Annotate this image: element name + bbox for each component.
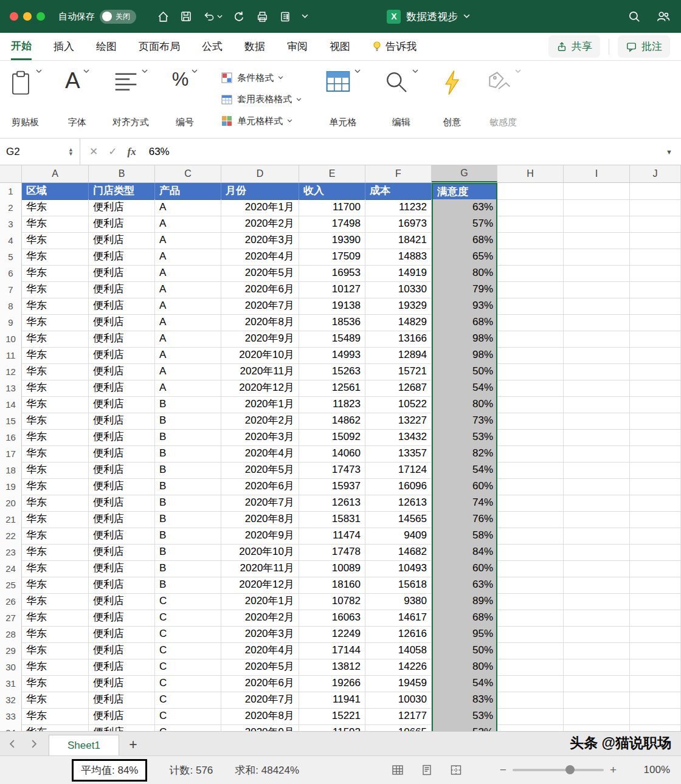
cell[interactable]: 2020年3月 xyxy=(221,429,299,446)
row-number[interactable]: 19 xyxy=(0,478,22,495)
cell[interactable]: B xyxy=(155,560,221,577)
cell[interactable]: B xyxy=(155,445,221,462)
cell[interactable]: B xyxy=(155,413,221,430)
cell[interactable]: 11823 xyxy=(299,396,365,413)
cell[interactable]: 13227 xyxy=(365,413,432,430)
cell[interactable]: 华东 xyxy=(22,298,89,315)
cell[interactable] xyxy=(564,298,630,315)
cell[interactable] xyxy=(564,478,630,495)
name-box-stepper[interactable]: ▲▼ xyxy=(68,148,74,156)
cell[interactable] xyxy=(497,199,564,216)
minimize-window-button[interactable] xyxy=(23,12,32,21)
header-cell[interactable]: 收入 xyxy=(299,183,365,200)
row-number[interactable]: 5 xyxy=(0,249,22,266)
cell[interactable]: 83% xyxy=(432,692,497,709)
cell[interactable]: 17144 xyxy=(299,642,365,659)
cell[interactable]: 10330 xyxy=(365,281,432,298)
cell[interactable]: 便利店 xyxy=(89,577,155,594)
cell[interactable]: 14829 xyxy=(365,314,432,331)
column-header-a[interactable]: A xyxy=(22,165,89,182)
cell[interactable]: 便利店 xyxy=(89,232,155,249)
cell[interactable] xyxy=(564,232,630,249)
row-number[interactable]: 24 xyxy=(0,560,22,577)
row-number[interactable]: 20 xyxy=(0,495,22,512)
cell[interactable]: 华东 xyxy=(22,544,89,561)
cell[interactable] xyxy=(497,659,564,676)
cell[interactable]: 18160 xyxy=(299,577,365,594)
cell[interactable]: 15092 xyxy=(299,429,365,446)
cell[interactable]: 2020年9月 xyxy=(221,331,299,348)
number-group[interactable]: % 编号 xyxy=(172,66,198,134)
cell[interactable]: 2020年2月 xyxy=(221,610,299,627)
cell[interactable]: 便利店 xyxy=(89,610,155,627)
cell[interactable] xyxy=(497,265,564,282)
cell[interactable]: 便利店 xyxy=(89,314,155,331)
cell[interactable]: 74% xyxy=(432,495,497,512)
cell[interactable] xyxy=(564,659,630,676)
cell[interactable]: C xyxy=(155,610,221,627)
row-number[interactable]: 7 xyxy=(0,281,22,298)
cell[interactable]: 16096 xyxy=(365,478,432,495)
zoom-slider-knob[interactable] xyxy=(565,765,575,774)
cell[interactable] xyxy=(497,495,564,512)
cell[interactable] xyxy=(630,396,681,413)
row-number[interactable]: 34 xyxy=(0,724,22,731)
cell[interactable]: 华东 xyxy=(22,610,89,627)
cell[interactable]: 95% xyxy=(432,626,497,643)
cell[interactable] xyxy=(497,528,564,545)
cell[interactable]: 12613 xyxy=(299,495,365,512)
next-sheet-icon[interactable] xyxy=(30,740,38,748)
cell[interactable]: 华东 xyxy=(22,511,89,528)
column-header-h[interactable]: H xyxy=(497,165,564,182)
cell[interactable] xyxy=(630,626,681,643)
row-number[interactable]: 17 xyxy=(0,445,22,462)
cell[interactable]: 2020年4月 xyxy=(221,445,299,462)
row-number[interactable]: 22 xyxy=(0,528,22,545)
cell[interactable] xyxy=(497,511,564,528)
cell[interactable]: 华东 xyxy=(22,232,89,249)
cell[interactable]: 63% xyxy=(432,577,497,594)
cell[interactable]: A xyxy=(155,232,221,249)
cell[interactable] xyxy=(497,675,564,692)
cell[interactable]: 89% xyxy=(432,593,497,610)
cell[interactable]: 2020年4月 xyxy=(221,642,299,659)
cell[interactable]: 华东 xyxy=(22,577,89,594)
row-number[interactable]: 15 xyxy=(0,413,22,430)
cell[interactable]: 98% xyxy=(432,347,497,364)
cell[interactable]: 19459 xyxy=(365,675,432,692)
cell[interactable] xyxy=(564,724,630,731)
cell[interactable] xyxy=(564,560,630,577)
redo-icon[interactable] xyxy=(233,10,246,23)
cell[interactable] xyxy=(630,249,681,266)
cell[interactable]: 15489 xyxy=(299,331,365,348)
cell[interactable] xyxy=(564,692,630,709)
cell[interactable] xyxy=(630,528,681,545)
cell[interactable]: 2020年6月 xyxy=(221,281,299,298)
cell[interactable]: 11232 xyxy=(365,199,432,216)
cell[interactable]: 15221 xyxy=(299,708,365,725)
cell[interactable]: 73% xyxy=(432,413,497,430)
column-header-j[interactable]: J xyxy=(630,165,681,182)
row-number[interactable]: 6 xyxy=(0,265,22,282)
tab-draw[interactable]: 绘图 xyxy=(96,33,117,60)
cell[interactable]: 11941 xyxy=(299,692,365,709)
cell[interactable]: 15263 xyxy=(299,363,365,380)
row-number[interactable]: 4 xyxy=(0,232,22,249)
cell[interactable]: 2020年11月 xyxy=(221,363,299,380)
cell[interactable] xyxy=(564,380,630,397)
column-header-i[interactable]: I xyxy=(564,165,630,182)
cell[interactable] xyxy=(630,511,681,528)
cell[interactable] xyxy=(630,298,681,315)
cell[interactable]: 12616 xyxy=(365,626,432,643)
cell[interactable]: 10030 xyxy=(365,692,432,709)
cell[interactable] xyxy=(497,593,564,610)
cell[interactable]: 53% xyxy=(432,708,497,725)
cell[interactable] xyxy=(564,281,630,298)
cell[interactable]: 12894 xyxy=(365,347,432,364)
name-box[interactable]: G2 ▲▼ xyxy=(0,139,80,165)
cell[interactable]: 2020年12月 xyxy=(221,577,299,594)
header-cell[interactable]: 成本 xyxy=(365,183,432,200)
cell[interactable]: 便利店 xyxy=(89,298,155,315)
cell[interactable]: C xyxy=(155,675,221,692)
cell[interactable]: B xyxy=(155,511,221,528)
